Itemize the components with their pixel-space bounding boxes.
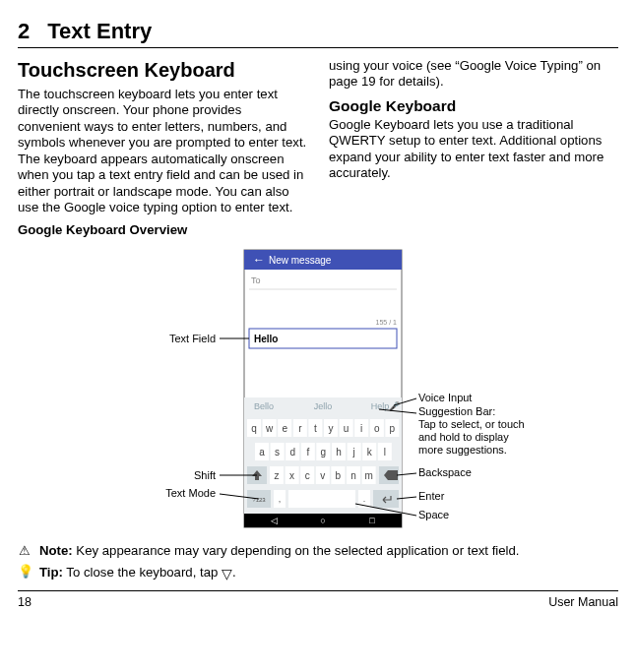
svg-text:x: x — [289, 470, 294, 481]
svg-text:d: d — [289, 447, 295, 458]
overview-label: Google Keyboard Overview — [18, 222, 307, 239]
svg-text:z: z — [275, 470, 280, 481]
svg-text:o: o — [374, 423, 380, 434]
tip-row: 💡 Tip: To close the keyboard, tap ▽. — [18, 564, 618, 581]
svg-rect-11 — [373, 490, 399, 508]
svg-text:a: a — [259, 447, 265, 458]
svg-text:g: g — [321, 447, 327, 458]
svg-text:,: , — [279, 494, 282, 504]
touchscreen-body: The touchscreen keyboard lets you enter … — [18, 87, 307, 216]
svg-text:j: j — [351, 447, 354, 458]
screen-title: New message — [269, 255, 332, 266]
back-arrow-icon: ← — [253, 253, 265, 267]
nav-recent-icon: □ — [369, 516, 375, 525]
warning-icon: ⚠ — [18, 543, 32, 559]
svg-text:v: v — [320, 470, 325, 481]
chapter-heading: 2 Text Entry — [18, 18, 618, 48]
callout-suggestion-4: more suggestions. — [418, 444, 507, 456]
svg-text:l: l — [384, 447, 386, 458]
text-mode-key: ?123 — [252, 497, 266, 503]
tip-text: Tip: To close the keyboard, tap ▽. — [39, 564, 236, 581]
voice-continuation: using your voice (see “Google Voice Typi… — [329, 58, 618, 91]
svg-text:c: c — [305, 470, 310, 481]
svg-text:p: p — [390, 423, 396, 434]
note-row: ⚠ Note: Key appearance may vary dependin… — [18, 543, 618, 560]
svg-text:h: h — [336, 447, 342, 458]
suggestion-1: Bello — [254, 401, 274, 411]
svg-text:t: t — [314, 423, 317, 434]
svg-text:b: b — [336, 470, 342, 481]
svg-text:f: f — [306, 447, 309, 458]
footer: 18 User Manual — [18, 590, 618, 611]
svg-text:n: n — [350, 470, 356, 481]
doc-title: User Manual — [548, 595, 618, 611]
chapter-title-text: Text Entry — [47, 18, 152, 45]
typed-text: Hello — [254, 334, 278, 344]
svg-text:m: m — [364, 470, 372, 481]
svg-text:u: u — [344, 423, 350, 434]
callout-voice: Voice Input — [418, 392, 472, 403]
callout-enter: Enter — [418, 490, 445, 502]
nabla-icon: ▽ — [222, 566, 232, 583]
svg-text:y: y — [329, 423, 334, 434]
callout-text-mode: Text Mode — [165, 487, 216, 499]
svg-text:q: q — [251, 423, 257, 434]
section-touchscreen-keyboard: Touchscreen Keyboard — [18, 58, 307, 83]
to-placeholder: To — [251, 275, 261, 285]
subsection-google-keyboard: Google Keyboard — [329, 96, 618, 115]
suggestion-2: Jello — [314, 401, 333, 411]
callout-shift: Shift — [194, 469, 216, 481]
callout-suggestion-2: Tap to select, or touch — [418, 418, 525, 430]
nav-home-icon: ○ — [320, 516, 325, 525]
callout-text-field: Text Field — [169, 333, 216, 344]
char-counter: 155 / 1 — [376, 319, 398, 326]
callout-backspace: Backspace — [418, 466, 472, 478]
page-number: 18 — [18, 595, 32, 611]
spacebar-key — [288, 490, 355, 508]
svg-text:w: w — [265, 423, 274, 434]
keyboard-figure: ← New message To 155 / 1 Hello Bello Jel… — [18, 248, 618, 533]
callout-space: Space — [418, 509, 449, 520]
svg-text:s: s — [275, 447, 280, 458]
svg-text:.: . — [363, 494, 366, 504]
svg-text:i: i — [360, 423, 362, 434]
svg-text:e: e — [282, 423, 287, 434]
callout-suggestion-3: and hold to display — [418, 431, 509, 443]
nav-back-icon: ◁ — [271, 516, 278, 525]
callout-suggestion: Suggestion Bar: — [418, 405, 495, 417]
note-text: Note: Key appearance may vary depending … — [39, 543, 520, 560]
bulb-icon: 💡 — [18, 564, 32, 580]
chapter-number: 2 — [18, 18, 30, 45]
google-keyboard-body: Google Keyboard lets you use a tradition… — [329, 117, 618, 182]
